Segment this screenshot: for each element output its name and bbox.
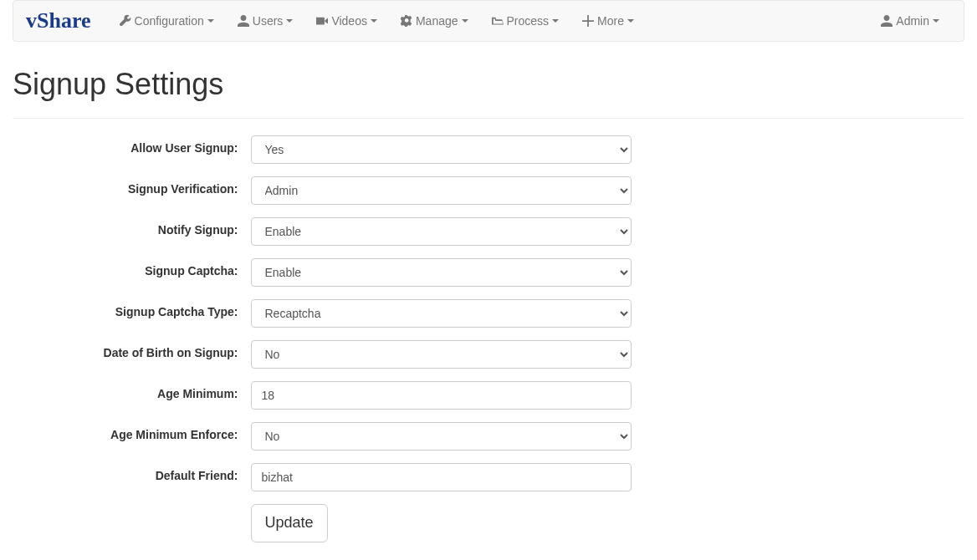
caret-icon bbox=[286, 19, 293, 23]
label-dob-on-signup: Date of Birth on Signup: bbox=[13, 340, 251, 359]
select-allow-signup[interactable]: Yes bbox=[251, 135, 632, 164]
caret-icon bbox=[627, 19, 634, 23]
caret-icon bbox=[371, 19, 377, 23]
gear-icon bbox=[401, 15, 412, 27]
select-dob-on-signup[interactable]: No bbox=[251, 340, 632, 369]
caret-icon bbox=[207, 19, 214, 23]
label-signup-captcha: Signup Captcha: bbox=[13, 258, 251, 277]
navbar-right: Admin bbox=[869, 2, 951, 40]
nav-label: Manage bbox=[416, 14, 458, 28]
label-allow-signup: Allow User Signup: bbox=[13, 135, 251, 155]
field-allow-signup: Allow User Signup: Yes bbox=[13, 135, 964, 164]
nav-users[interactable]: Users bbox=[226, 2, 305, 40]
nav-label: Users bbox=[253, 14, 284, 28]
select-signup-captcha[interactable]: Enable bbox=[251, 258, 632, 287]
main-container: Signup Settings Allow User Signup: Yes S… bbox=[0, 67, 977, 542]
nav-manage[interactable]: Manage bbox=[389, 2, 480, 40]
select-age-minimum-enforce[interactable]: No bbox=[251, 422, 632, 451]
select-signup-verification[interactable]: Admin bbox=[251, 176, 632, 205]
caret-icon bbox=[933, 19, 939, 23]
label-signup-captcha-type: Signup Captcha Type: bbox=[13, 299, 251, 318]
brand-logo[interactable]: vShare bbox=[26, 8, 108, 33]
folder-open-icon bbox=[492, 15, 504, 27]
label-age-minimum-enforce: Age Minimum Enforce: bbox=[13, 422, 251, 441]
nav-videos[interactable]: Videos bbox=[304, 2, 389, 40]
user-icon bbox=[881, 15, 893, 27]
nav-label: Admin bbox=[896, 14, 929, 28]
field-signup-captcha: Signup Captcha: Enable bbox=[13, 258, 964, 287]
field-age-minimum: Age Minimum: bbox=[13, 381, 964, 410]
label-default-friend: Default Friend: bbox=[13, 463, 251, 482]
label-age-minimum: Age Minimum: bbox=[13, 381, 251, 400]
user-icon bbox=[238, 15, 249, 27]
video-icon bbox=[316, 15, 328, 27]
wrench-icon bbox=[120, 15, 131, 27]
input-age-minimum[interactable] bbox=[251, 381, 632, 410]
field-signup-verification: Signup Verification: Admin bbox=[13, 176, 964, 205]
field-notify-signup: Notify Signup: Enable bbox=[13, 217, 964, 246]
page-title: Signup Settings bbox=[13, 67, 964, 102]
update-button[interactable]: Update bbox=[251, 504, 328, 542]
navbar-left: vShare Configuration Users Videos Manage… bbox=[26, 2, 646, 40]
nav-label: Process bbox=[507, 14, 550, 28]
submit-row: Update bbox=[13, 504, 964, 542]
label-signup-verification: Signup Verification: bbox=[13, 176, 251, 196]
caret-icon bbox=[552, 19, 559, 23]
nav-label: Configuration bbox=[135, 14, 204, 28]
nav-admin[interactable]: Admin bbox=[869, 2, 951, 40]
field-dob-on-signup: Date of Birth on Signup: No bbox=[13, 340, 964, 369]
label-notify-signup: Notify Signup: bbox=[13, 217, 251, 237]
nav-configuration[interactable]: Configuration bbox=[108, 2, 226, 40]
page-header: Signup Settings bbox=[13, 67, 964, 119]
nav-process[interactable]: Process bbox=[480, 2, 571, 40]
input-default-friend[interactable] bbox=[251, 463, 632, 491]
nav-label: Videos bbox=[331, 14, 367, 28]
field-signup-captcha-type: Signup Captcha Type: Recaptcha bbox=[13, 299, 964, 328]
signup-settings-form: Allow User Signup: Yes Signup Verificati… bbox=[13, 135, 964, 542]
select-notify-signup[interactable]: Enable bbox=[251, 217, 632, 246]
nav-label: More bbox=[597, 14, 624, 28]
select-signup-captcha-type[interactable]: Recaptcha bbox=[251, 299, 632, 328]
nav-more[interactable]: More bbox=[570, 2, 646, 40]
caret-icon bbox=[462, 19, 468, 23]
navbar: vShare Configuration Users Videos Manage… bbox=[13, 0, 964, 42]
plus-icon bbox=[582, 15, 594, 27]
field-age-minimum-enforce: Age Minimum Enforce: No bbox=[13, 422, 964, 451]
field-default-friend: Default Friend: bbox=[13, 463, 964, 491]
